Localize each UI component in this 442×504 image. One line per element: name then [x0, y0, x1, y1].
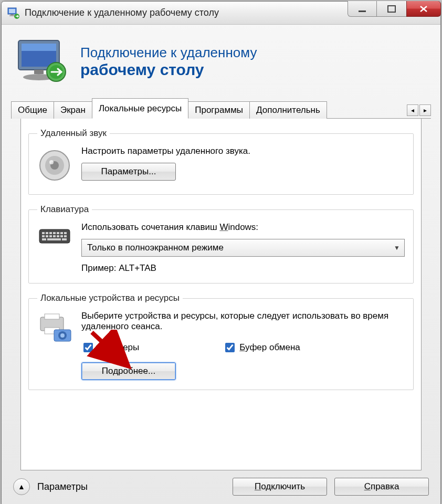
header-line2: рабочему столу — [80, 61, 257, 79]
svg-rect-5 — [359, 10, 366, 12]
svg-rect-30 — [57, 235, 59, 237]
tab-panel: Удаленный звук Настроить параметры удале… — [20, 119, 422, 470]
svg-rect-10 — [34, 70, 44, 74]
svg-rect-37 — [45, 314, 59, 319]
svg-rect-35 — [62, 238, 67, 240]
minimize-button[interactable] — [348, 1, 377, 17]
tab-scroll-right-button[interactable]: ▸ — [419, 104, 431, 116]
svg-rect-6 — [388, 6, 395, 12]
checkbox-printers-input[interactable] — [83, 343, 93, 352]
svg-rect-32 — [64, 235, 67, 237]
svg-rect-27 — [46, 235, 48, 237]
group-remote-audio: Удаленный звук Настроить параметры удале… — [28, 128, 414, 195]
speaker-icon — [37, 146, 74, 185]
keyboard-combo[interactable]: Только в полноэкранном режиме ▼ — [81, 239, 405, 257]
tab-programs[interactable]: Программы — [188, 101, 250, 119]
svg-rect-28 — [49, 235, 52, 237]
close-button[interactable] — [406, 1, 441, 17]
svg-rect-34 — [47, 238, 61, 240]
svg-rect-3 — [9, 15, 15, 16]
tab-scroll-left-button[interactable]: ◂ — [407, 104, 418, 116]
keyboard-desc: Использовать сочетания клавиш Windows: — [81, 222, 405, 233]
tab-advanced[interactable]: Дополнительнь — [249, 101, 327, 119]
titlebar[interactable]: Подключение к удаленному рабочему столу — [2, 2, 440, 25]
tabs: Общие Экран Локальные ресурсы Программы … — [11, 98, 431, 119]
window-controls — [348, 1, 441, 17]
tab-display[interactable]: Экран — [54, 101, 92, 119]
svg-rect-22 — [53, 232, 56, 234]
svg-rect-31 — [60, 235, 63, 237]
tab-local-resources[interactable]: Локальные ресурсы — [92, 98, 188, 119]
group-keyboard: Клавиатура — [28, 204, 414, 284]
keyboard-example: Пример: ALT+TAB — [81, 263, 405, 274]
svg-rect-1 — [9, 9, 15, 13]
options-toggle-button[interactable]: ▲ — [13, 478, 30, 495]
window-title: Подключение к удаленному рабочему столу — [25, 7, 219, 18]
svg-rect-21 — [49, 232, 52, 234]
monitor-icon — [13, 36, 71, 88]
svg-rect-9 — [22, 44, 56, 51]
audio-desc: Настроить параметры удаленного звука. — [81, 146, 405, 156]
checkbox-printers[interactable]: Принтеры — [81, 341, 139, 354]
legend-keyboard: Клавиатура — [37, 204, 92, 215]
legend-devices: Локальные устройства и ресурсы — [37, 293, 183, 303]
rdc-app-icon — [7, 6, 20, 20]
chevron-up-icon: ▲ — [18, 482, 25, 491]
keyboard-combo-value: Только в полноэкранном режиме — [87, 243, 224, 253]
options-label: Параметры — [37, 481, 88, 492]
help-button[interactable]: Справка — [334, 478, 429, 496]
svg-rect-20 — [46, 232, 48, 234]
svg-rect-2 — [10, 14, 14, 15]
svg-rect-23 — [57, 232, 59, 234]
tab-general[interactable]: Общие — [11, 101, 54, 119]
devices-desc: Выберите устройства и ресурсы, которые с… — [81, 311, 405, 332]
svg-rect-26 — [42, 235, 45, 237]
header-line1: Подключение к удаленному — [80, 45, 257, 61]
group-local-devices: Локальные устройства и ресурсы Выберите … — [28, 293, 414, 390]
checkbox-clipboard[interactable]: Буфер обмена — [223, 341, 300, 354]
legend-audio: Удаленный звук — [37, 128, 110, 139]
svg-point-17 — [49, 160, 54, 164]
svg-rect-33 — [42, 238, 46, 240]
audio-settings-button[interactable]: Параметры... — [81, 163, 176, 181]
keyboard-icon — [37, 222, 74, 274]
svg-point-41 — [60, 333, 65, 338]
footer: ▲ Параметры Подключить Справка — [2, 470, 440, 504]
devices-more-button[interactable]: Подробнее... — [81, 362, 176, 380]
svg-rect-19 — [42, 232, 45, 234]
connect-button[interactable]: Подключить — [233, 478, 327, 496]
checkbox-clipboard-input[interactable] — [225, 343, 235, 352]
window: Подключение к удаленному рабочему столу … — [1, 1, 441, 504]
svg-rect-25 — [64, 232, 67, 234]
printer-camera-icon — [37, 311, 74, 380]
header: Подключение к удаленному рабочему столу — [2, 25, 440, 98]
svg-rect-29 — [53, 235, 56, 237]
svg-rect-24 — [60, 232, 63, 234]
chevron-down-icon: ▼ — [394, 244, 400, 251]
maximize-button[interactable] — [377, 1, 406, 17]
